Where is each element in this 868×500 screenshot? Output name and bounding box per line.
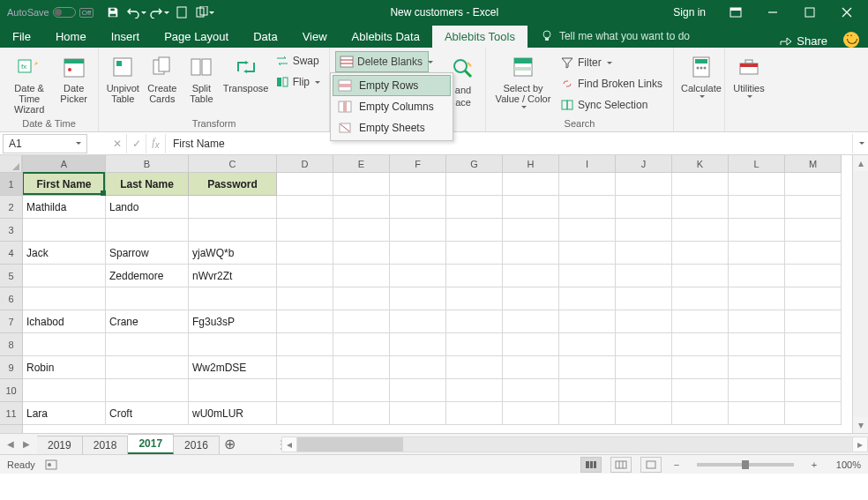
cell-K8[interactable]: [672, 333, 729, 356]
cell-D5[interactable]: [277, 265, 333, 287]
view-page-layout-button[interactable]: [610, 457, 632, 473]
tab-page-layout[interactable]: Page Layout: [152, 26, 241, 48]
cell-A1[interactable]: First Name: [23, 173, 106, 196]
find-broken-links-button[interactable]: Find Broken Links: [557, 74, 666, 93]
cell-D2[interactable]: [277, 196, 333, 219]
row-header-9[interactable]: 9: [0, 356, 22, 379]
cell-M1[interactable]: [785, 173, 842, 196]
cell-G9[interactable]: [446, 356, 503, 379]
cell-L11[interactable]: [729, 402, 785, 425]
sheet-tab-2019[interactable]: 2019: [37, 436, 83, 454]
select-by-value-button[interactable]: Select by Value / Color: [491, 51, 555, 110]
flip-button[interactable]: Flip: [272, 72, 324, 92]
cancel-fx-button[interactable]: ✕: [108, 134, 127, 153]
cell-G11[interactable]: [446, 402, 503, 425]
zoom-out-button[interactable]: −: [670, 459, 683, 470]
cell-I1[interactable]: [559, 173, 616, 196]
grid-body[interactable]: ABCDEFGHIJKLM First NameLast NamePasswor…: [23, 155, 852, 433]
cell-E7[interactable]: [333, 310, 390, 333]
fx-button[interactable]: fx: [146, 134, 166, 153]
cell-H1[interactable]: [503, 173, 559, 196]
sheet-tab-2016[interactable]: 2016: [174, 436, 220, 454]
cell-M5[interactable]: [785, 265, 842, 287]
cell-I3[interactable]: [559, 219, 616, 242]
cell-I6[interactable]: [559, 287, 616, 310]
cell-B2[interactable]: Lando: [106, 196, 189, 219]
cell-K11[interactable]: [672, 402, 729, 425]
cell-A6[interactable]: [23, 287, 106, 310]
cell-B1[interactable]: Last Name: [106, 173, 189, 196]
cell-M9[interactable]: [785, 356, 842, 379]
cell-F2[interactable]: [390, 196, 446, 219]
cell-L6[interactable]: [729, 287, 785, 310]
cell-H9[interactable]: [503, 356, 559, 379]
cell-M7[interactable]: [785, 310, 842, 333]
cell-F5[interactable]: [390, 265, 446, 287]
cell-C5[interactable]: nWvr2Zt: [189, 265, 277, 287]
scroll-right-icon[interactable]: ▸: [852, 437, 868, 452]
cell-B8[interactable]: [106, 333, 189, 356]
cell-E11[interactable]: [333, 402, 390, 425]
cell-E1[interactable]: [333, 173, 390, 196]
menu-empty-rows[interactable]: Empty Rows: [333, 75, 451, 96]
row-header-5[interactable]: 5: [0, 265, 22, 287]
cell-A2[interactable]: Mathilda: [23, 196, 106, 219]
ribbon-options-button[interactable]: [718, 0, 753, 25]
cell-J9[interactable]: [616, 356, 672, 379]
cell-K10[interactable]: [672, 379, 729, 402]
row-header-10[interactable]: 10: [0, 379, 22, 402]
cell-L5[interactable]: [729, 265, 785, 287]
cell-C4[interactable]: yjaWQ*b: [189, 242, 277, 265]
cell-I10[interactable]: [559, 379, 616, 402]
cell-H8[interactable]: [503, 333, 559, 356]
cell-C6[interactable]: [189, 287, 277, 310]
date-time-wizard-button[interactable]: fx Date & Time Wizard: [5, 51, 53, 116]
cell-L3[interactable]: [729, 219, 785, 242]
cell-E10[interactable]: [333, 379, 390, 402]
cell-L10[interactable]: [729, 379, 785, 402]
scroll-left-icon[interactable]: ◂: [281, 437, 297, 452]
create-cards-button[interactable]: Create Cards: [144, 51, 182, 106]
cell-A11[interactable]: Lara: [23, 402, 106, 425]
cell-F11[interactable]: [390, 402, 446, 425]
cell-L2[interactable]: [729, 196, 785, 219]
cell-F4[interactable]: [390, 242, 446, 265]
cell-K4[interactable]: [672, 242, 729, 265]
cell-G2[interactable]: [446, 196, 503, 219]
cell-L1[interactable]: [729, 173, 785, 196]
save-button[interactable]: [102, 2, 123, 23]
row-header-7[interactable]: 7: [0, 310, 22, 333]
sheet-tab-2017[interactable]: 2017: [128, 434, 174, 454]
column-header-G[interactable]: G: [446, 155, 503, 173]
cell-C2[interactable]: [189, 196, 277, 219]
cell-K2[interactable]: [672, 196, 729, 219]
cell-L4[interactable]: [729, 242, 785, 265]
cell-G5[interactable]: [446, 265, 503, 287]
transpose-button[interactable]: Transpose: [222, 51, 270, 95]
column-header-L[interactable]: L: [729, 155, 785, 173]
column-header-M[interactable]: M: [785, 155, 842, 173]
tab-insert[interactable]: Insert: [99, 26, 153, 48]
sheet-next-icon[interactable]: ▶: [23, 439, 30, 449]
cell-G3[interactable]: [446, 219, 503, 242]
cell-F9[interactable]: [390, 356, 446, 379]
column-header-H[interactable]: H: [503, 155, 559, 173]
cell-H11[interactable]: [503, 402, 559, 425]
cell-I8[interactable]: [559, 333, 616, 356]
tab-home[interactable]: Home: [43, 26, 99, 48]
cell-L7[interactable]: [729, 310, 785, 333]
column-header-J[interactable]: J: [616, 155, 672, 173]
cell-D6[interactable]: [277, 287, 333, 310]
column-header-I[interactable]: I: [559, 155, 616, 173]
cell-E8[interactable]: [333, 333, 390, 356]
cell-I2[interactable]: [559, 196, 616, 219]
cell-A7[interactable]: Ichabod: [23, 310, 106, 333]
cell-M6[interactable]: [785, 287, 842, 310]
cell-M2[interactable]: [785, 196, 842, 219]
cell-H3[interactable]: [503, 219, 559, 242]
zoom-in-button[interactable]: +: [808, 459, 820, 470]
cell-F1[interactable]: [390, 173, 446, 196]
accept-fx-button[interactable]: ✓: [127, 134, 146, 153]
cell-D11[interactable]: [277, 402, 333, 425]
zoom-slider[interactable]: [697, 463, 794, 466]
